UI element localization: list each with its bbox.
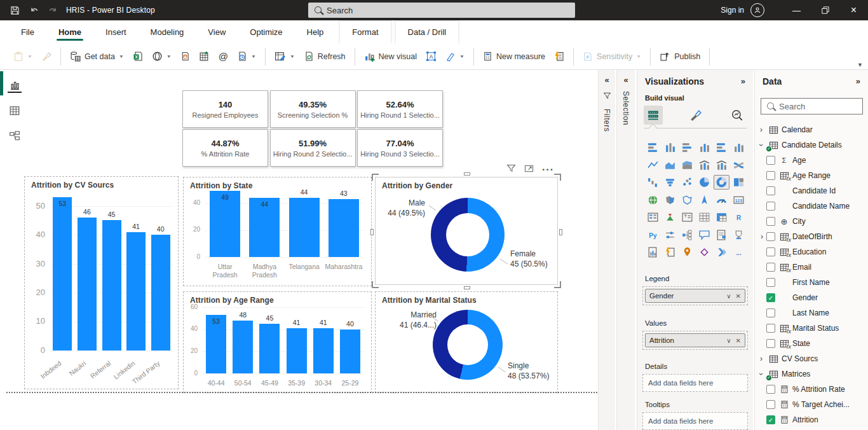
kpi-icon[interactable] [662, 210, 678, 225]
azure-map-icon[interactable] [696, 193, 712, 207]
gauge-icon[interactable] [714, 193, 729, 207]
selection-pane-collapsed[interactable]: « Selection [616, 70, 635, 430]
chevron-down-icon[interactable]: › [757, 371, 766, 377]
collapse-ribbon-icon[interactable]: ▼ [857, 62, 863, 68]
menu-tab-optimize[interactable]: Optimize [238, 20, 294, 43]
transform-data-button[interactable]: ▼ [270, 48, 299, 65]
remove-field-icon[interactable]: ✕ [736, 337, 741, 344]
menu-tab-modeling[interactable]: Modeling [139, 20, 196, 43]
menu-tab-data-drill[interactable]: Data / Drill [395, 20, 459, 43]
r-script-icon[interactable]: R [731, 210, 747, 225]
clustered-bar-chart-icon[interactable] [679, 140, 695, 155]
field-row-candidate-details[interactable]: ›✓Candidate Details [755, 137, 868, 153]
remove-field-icon[interactable]: ✕ [736, 293, 741, 300]
bar[interactable] [340, 329, 360, 373]
chevron-right-icon[interactable]: › [759, 232, 765, 241]
visual-attrition-by-marital-status[interactable]: Attrition by Marital StatusMarried41 (46… [375, 291, 558, 393]
kpi-card[interactable]: 51.99%Hiring Round 2 Selectio... [270, 129, 356, 167]
selection-handle[interactable] [554, 281, 561, 288]
quick-measure-button[interactable] [550, 48, 569, 65]
global-search-input[interactable]: Search [308, 3, 575, 18]
field-row-attrition[interactable]: ✓Attrition [755, 412, 868, 427]
enter-data-button[interactable] [194, 48, 214, 65]
bar[interactable] [289, 198, 320, 257]
python-icon[interactable]: Py [645, 228, 661, 242]
selection-handle[interactable] [559, 229, 562, 235]
table-icon[interactable] [696, 210, 712, 225]
100-stacked-bar-chart-icon[interactable] [714, 140, 729, 155]
100-stacked-column-chart-icon[interactable] [731, 140, 747, 155]
kpi-card[interactable]: 44.87%% Attrition Rate [182, 129, 268, 167]
field-pill-gender[interactable]: Gender∨✕ [645, 289, 745, 303]
chevron-right-icon[interactable]: › [758, 354, 764, 363]
bar[interactable] [126, 232, 146, 350]
restore-button[interactable] [811, 0, 839, 20]
kpi-card[interactable]: 77.04%Hiring Round 3 Selectio... [357, 129, 443, 167]
field-checkbox[interactable] [766, 171, 775, 180]
shapes-button[interactable]: ▼ [441, 48, 469, 65]
field-checkbox[interactable] [766, 263, 775, 272]
more-visuals-icon[interactable]: ... [731, 245, 747, 260]
sql-server-button[interactable] [176, 48, 194, 65]
visual-attrition-by-state[interactable]: Attrition by State0204049Uttar Pradesh44… [183, 177, 372, 286]
bar[interactable] [102, 220, 121, 350]
kpi-card[interactable]: 140Resigned Employees [182, 90, 268, 128]
area-chart-icon[interactable] [662, 158, 678, 172]
bar[interactable] [313, 328, 334, 373]
waterfall-chart-icon[interactable] [645, 175, 661, 190]
bar[interactable] [78, 218, 97, 350]
filter-icon[interactable] [506, 164, 516, 176]
field-checkbox[interactable] [766, 156, 775, 165]
minimize-button[interactable]: — [782, 0, 811, 20]
get-data-button[interactable]: Get data▼ [65, 48, 128, 65]
bar[interactable] [53, 197, 72, 350]
visual-attrition-by-cv-sources[interactable]: Attrition by CV Sourcs0102030405053Inbde… [24, 176, 179, 389]
kpi-card[interactable]: 49.35%Screening Selection % [270, 90, 356, 128]
field-row-education[interactable]: fxEducation [755, 244, 868, 260]
stacked-area-chart-icon[interactable] [679, 158, 695, 172]
matrix-icon[interactable] [714, 210, 729, 225]
format-painter-button[interactable] [37, 48, 56, 65]
field-checkbox[interactable] [766, 202, 775, 211]
expand-filters-icon[interactable]: « [604, 75, 609, 85]
field-row--attrition-rate[interactable]: % Attrition Rate [755, 382, 868, 397]
field-checkbox[interactable] [766, 339, 775, 348]
analytics-tab[interactable] [728, 106, 747, 125]
field-row-email[interactable]: fxEmail [755, 260, 868, 275]
more-options-icon[interactable]: ··· [542, 164, 554, 176]
multi-row-card-icon[interactable] [645, 210, 661, 225]
refresh-button[interactable]: Refresh [299, 48, 350, 65]
field-checkbox[interactable] [766, 400, 775, 409]
model-view-button[interactable] [8, 129, 22, 143]
fields-search-input[interactable]: Search [761, 98, 863, 114]
bar[interactable] [329, 199, 359, 257]
metrics-icon[interactable] [731, 228, 747, 242]
field-row-cv-sourcs[interactable]: ›CV Sourcs [755, 351, 868, 366]
chevron-right-icon[interactable]: › [758, 125, 764, 134]
slicer-icon[interactable] [679, 210, 695, 225]
report-canvas[interactable]: 140Resigned Employees49.35%Screening Sel… [27, 70, 596, 430]
field-checkbox[interactable]: ✓ [766, 293, 775, 302]
bar[interactable] [233, 321, 253, 373]
menu-tab-format[interactable]: Format [339, 20, 391, 43]
chevron-down-icon[interactable]: › [757, 142, 766, 148]
field-row-gender[interactable]: ✓Gender [755, 290, 868, 305]
expand-visualizations-icon[interactable]: » [741, 76, 745, 86]
field-row-city[interactable]: ⊕City [755, 214, 868, 229]
card-icon[interactable]: 123 [731, 193, 747, 207]
field-checkbox[interactable] [766, 217, 775, 226]
arcgis-map-icon[interactable] [679, 245, 695, 260]
field-checkbox[interactable]: ✓ [766, 415, 775, 424]
new-visual-button[interactable]: New visual [360, 48, 421, 65]
focus-mode-icon[interactable] [524, 164, 534, 176]
chevron-down-icon[interactable]: ∨ [726, 337, 731, 344]
power-apps-icon[interactable] [696, 245, 712, 260]
field-row-last-name[interactable]: Last Name [755, 305, 868, 321]
stacked-column-chart-icon[interactable] [662, 140, 678, 155]
pie-chart-icon[interactable] [696, 175, 712, 190]
build-visual-tab[interactable] [644, 106, 663, 125]
table-view-button[interactable] [8, 104, 22, 118]
field-row-dateofbirth[interactable]: ›fxDateOfBirth [755, 229, 868, 244]
treemap-icon[interactable] [731, 175, 747, 190]
selection-handle[interactable] [554, 174, 561, 181]
